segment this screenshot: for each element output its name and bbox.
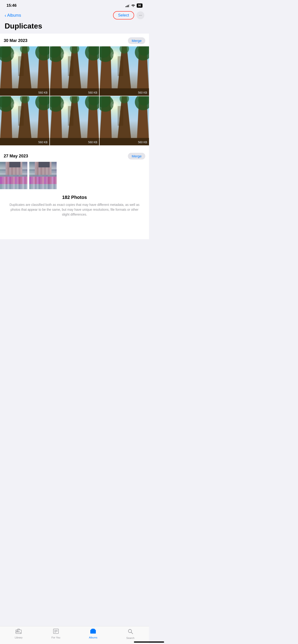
section-1-header: 30 Mar 2023 Merge — [0, 34, 149, 46]
signal-icon — [126, 4, 130, 7]
section-2-header: 27 May 2023 Merge — [0, 149, 149, 162]
blurred-photo-1[interactable] — [0, 162, 27, 189]
photo-size-3: 560 KB — [138, 91, 147, 94]
page-title-section: Duplicates — [0, 21, 149, 34]
wifi-icon — [131, 4, 135, 8]
status-icons: 96 — [126, 4, 143, 8]
section-2-date: 27 May 2023 — [4, 154, 28, 158]
photo-count: 182 Photos — [9, 195, 140, 200]
photo-size-1: 560 KB — [38, 91, 47, 94]
merge-button-1[interactable]: Merge — [128, 37, 145, 44]
battery-icon: 96 — [137, 4, 143, 8]
status-bar: 15:46 96 — [0, 0, 149, 10]
blurred-photo-2[interactable] — [29, 162, 57, 189]
photo-size-6: 560 KB — [138, 141, 147, 144]
photo-cell-6[interactable]: 560 KB — [100, 96, 149, 146]
footer-info: 182 Photos Duplicates are classified bot… — [0, 189, 149, 221]
photo-size-4: 560 KB — [38, 141, 47, 144]
photo-cell-5[interactable]: 560 KB — [50, 96, 99, 146]
back-label: Albums — [7, 13, 21, 18]
status-time: 15:46 — [7, 3, 17, 8]
photo-grid-2 — [0, 162, 58, 189]
merge-button-2[interactable]: Merge — [128, 153, 145, 160]
section-2: 27 May 2023 Merge — [0, 149, 149, 189]
more-button[interactable]: ··· — [136, 11, 144, 19]
back-button[interactable]: ‹ Albums — [5, 13, 21, 18]
section-1-date: 30 Mar 2023 — [4, 38, 27, 43]
page-title: Duplicates — [5, 22, 144, 30]
photo-cell-3[interactable]: 560 KB — [100, 46, 149, 96]
nav-right-buttons: Select ··· — [113, 11, 144, 20]
photo-cell-2[interactable]: 560 KB — [50, 46, 99, 96]
more-dots-icon: ··· — [139, 13, 142, 18]
back-chevron-icon: ‹ — [5, 13, 6, 18]
photo-grid-1: 560 KB 560 KB 560 KB 560 KB 560 KB 560 — [0, 46, 149, 145]
photo-cell-1[interactable]: 560 KB — [0, 46, 50, 96]
section-1: 30 Mar 2023 Merge 560 KB 560 KB 560 KB 5… — [0, 34, 149, 145]
photo-description: Duplicates are classified both as exact … — [9, 202, 140, 217]
main-content: 30 Mar 2023 Merge 560 KB 560 KB 560 KB 5… — [0, 34, 149, 239]
nav-bar: ‹ Albums Select ··· — [0, 10, 149, 21]
photo-size-5: 560 KB — [88, 141, 97, 144]
select-button[interactable]: Select — [113, 11, 134, 20]
photo-cell-4[interactable]: 560 KB — [0, 96, 50, 146]
photo-size-2: 560 KB — [88, 91, 97, 94]
